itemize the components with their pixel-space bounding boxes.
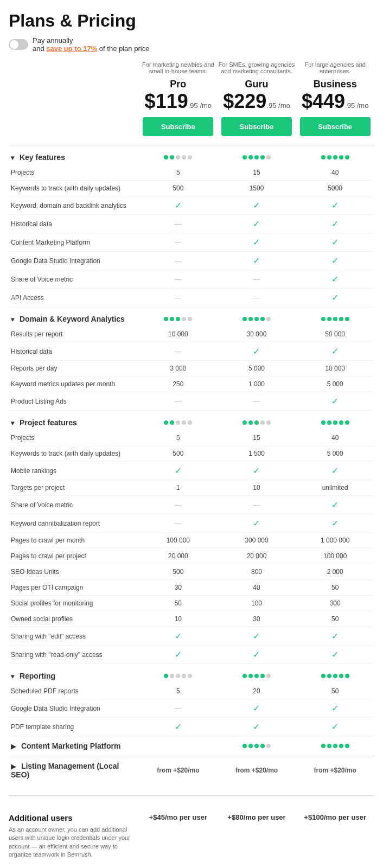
plan-guru-header: For SMEs, growing agencies and marketing…	[218, 61, 296, 136]
pro-dots	[141, 674, 215, 678]
chevron-down-icon: ▾	[11, 673, 14, 680]
chevron-right-icon: ▶	[11, 743, 16, 750]
table-row: Projects51540	[9, 165, 374, 181]
checkmark-icon: ✓	[253, 219, 260, 228]
listing-management-title: Listing Management (Local SEO)	[11, 762, 119, 779]
checkmark-icon: ✓	[331, 466, 339, 475]
business-name: Business	[296, 79, 374, 90]
section-project-features[interactable]: ▾ Project features	[9, 411, 374, 431]
table-row: Targets per project110unlimited	[9, 480, 374, 496]
checkmark-icon: ✓	[175, 201, 182, 210]
checkmark-icon: ✓	[331, 201, 339, 210]
dash-icon: —	[253, 294, 260, 302]
checkmark-icon: ✓	[331, 238, 339, 247]
table-row: Pages per OTI campaign304050	[9, 580, 374, 596]
checkmark-icon: ✓	[331, 397, 339, 406]
dash-icon: —	[253, 398, 260, 405]
section-content-marketing[interactable]: ▶ Content Marketing Platform	[9, 736, 374, 756]
table-row: Sharing with "read-only" access✓✓✓	[9, 646, 374, 664]
pro-dots	[141, 155, 215, 159]
addon-business-price: +$100/mo per user	[304, 813, 366, 821]
toggle-row: Pay annually and save up to 17% of the p…	[9, 36, 374, 53]
plan-business-header: For large agencies and enterprises. Busi…	[296, 61, 374, 136]
dash-icon: —	[175, 220, 181, 228]
dash-icon: —	[253, 501, 260, 509]
checkmark-icon: ✓	[331, 519, 339, 528]
chevron-down-icon: ▾	[11, 316, 14, 323]
checkmark-icon: ✓	[175, 631, 182, 641]
dash-icon: —	[175, 276, 181, 283]
table-row: Results per report10 00030 00050 000	[9, 327, 374, 342]
table-row: Sharing with "edit" access✓✓✓	[9, 627, 374, 646]
checkmark-icon: ✓	[331, 650, 339, 659]
section-domain-keyword[interactable]: ▾ Domain & Keyword Analytics	[9, 307, 374, 327]
business-subscribe-button[interactable]: Subscribe	[300, 117, 371, 136]
table-row: Social profiles for monitoring50100300	[9, 596, 374, 611]
addon-pro-price: +$45/mo per user	[149, 813, 207, 821]
pro-dots	[141, 420, 215, 425]
addon-title: Additional users	[9, 813, 139, 822]
pro-price: $119	[145, 90, 188, 112]
table-row: Mobile rankings✓✓✓	[9, 462, 374, 480]
business-dots	[298, 155, 372, 159]
checkmark-icon: ✓	[253, 519, 260, 528]
addon-desc: As an account owner, you can add additio…	[9, 826, 139, 859]
checkmark-icon: ✓	[331, 219, 339, 228]
guru-dots	[220, 674, 294, 678]
table-row: PDF template sharing✓✓✓	[9, 718, 374, 736]
table-row: Google Data Studio Integration—✓✓	[9, 699, 374, 718]
addons-section: Additional users As an account owner, yo…	[9, 795, 374, 868]
dash-icon: —	[175, 294, 181, 302]
dash-icon: —	[175, 348, 181, 355]
business-dots	[298, 317, 372, 321]
table-row: Keywords to track (with daily updates)50…	[9, 181, 374, 196]
guru-name: Guru	[218, 79, 296, 90]
table-row: Reports per day3 0005 00010 000	[9, 361, 374, 376]
pro-subscribe-button[interactable]: Subscribe	[143, 117, 213, 136]
annual-toggle[interactable]	[9, 39, 28, 50]
table-row: Google Data Studio Integration—✓✓	[9, 252, 374, 270]
pro-dots	[141, 317, 215, 321]
addon-additional-users: Additional users As an account owner, yo…	[9, 805, 374, 868]
guru-dots	[220, 155, 294, 159]
dash-icon: —	[175, 398, 181, 405]
guru-dots	[220, 744, 294, 748]
checkmark-icon: ✓	[175, 722, 182, 731]
section-key-features[interactable]: ▾ Key features	[9, 145, 374, 165]
checkmark-icon: ✓	[331, 631, 339, 641]
section-listing-management[interactable]: ▶ Listing Management (Local SEO) from +$…	[9, 756, 374, 785]
checkmark-icon: ✓	[253, 631, 260, 641]
table-row: Share of Voice metric——✓	[9, 270, 374, 289]
dash-icon: —	[175, 520, 181, 527]
table-row: Projects51540	[9, 430, 374, 446]
checkmark-icon: ✓	[253, 650, 260, 659]
plans-header: For marketing newbies and small in-house…	[9, 61, 374, 136]
business-price: $449	[302, 90, 345, 112]
toggle-knob	[10, 40, 18, 49]
guru-subscribe-button[interactable]: Subscribe	[221, 117, 292, 136]
table-row: Scheduled PDF reports52050	[9, 684, 374, 699]
checkmark-icon: ✓	[253, 256, 260, 265]
table-row: Historical data—✓✓	[9, 215, 374, 233]
guru-dots	[220, 420, 294, 425]
table-row: Owned social profiles103050	[9, 611, 374, 627]
business-desc: For large agencies and enterprises.	[296, 61, 374, 74]
guru-price: $229	[223, 90, 266, 112]
dash-icon: —	[175, 501, 181, 509]
checkmark-icon: ✓	[331, 347, 339, 356]
dash-icon: —	[175, 239, 181, 246]
checkmark-icon: ✓	[331, 293, 339, 302]
table-row: Keyword cannibalization report—✓✓	[9, 514, 374, 533]
pro-name: Pro	[139, 79, 218, 90]
checkmark-icon: ✓	[253, 201, 260, 210]
guru-desc: For SMEs, growing agencies and marketing…	[218, 61, 296, 74]
table-row: SEO Ideas Units5008002 000	[9, 564, 374, 580]
table-row: Keywords to track (with daily updates)50…	[9, 446, 374, 462]
chevron-right-icon: ▶	[11, 763, 16, 770]
table-row: Pages to crawl per project20 00020 00010…	[9, 548, 374, 564]
table-row: Historical data—✓✓	[9, 342, 374, 361]
dash-icon: —	[253, 276, 260, 283]
guru-suffix: .95 /mo	[266, 101, 290, 110]
section-reporting[interactable]: ▾ Reporting	[9, 664, 374, 684]
chevron-down-icon: ▾	[11, 419, 14, 427]
